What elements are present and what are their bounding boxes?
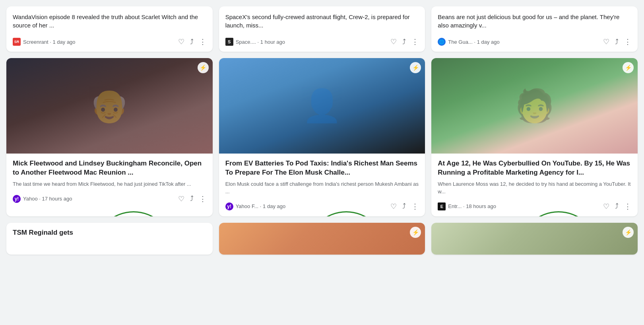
lightning-badge-mid: ⚡	[410, 227, 421, 238]
card-ev-body: From EV Batteries To Pod Taxis: India's …	[219, 154, 425, 199]
source-icon-screenrant: SR	[13, 38, 21, 46]
share-button[interactable]: ⤴	[615, 38, 619, 46]
card-ev-actions: ♡ ⤴ ⋮	[390, 202, 419, 211]
more-button[interactable]: ⋮	[624, 37, 631, 46]
source-icon-guardian: 🌐	[438, 38, 446, 46]
card-wandavision: WandaVision episode 8 revealed the truth…	[6, 6, 213, 52]
card-ev-snippet: Elon Musk could face a stiff challenge f…	[225, 181, 419, 196]
source-name-screenrant: Screenrant · 1 day ago	[23, 39, 176, 45]
share-button[interactable]: ⤴	[615, 202, 619, 210]
like-button[interactable]: ♡	[390, 37, 397, 46]
like-button[interactable]: ♡	[603, 202, 609, 211]
like-button[interactable]: ♡	[178, 195, 184, 203]
lightning-badge: ⚡	[410, 62, 421, 73]
card-cyberbullied-body: At Age 12, He Was Cyberbullied On YouTub…	[431, 154, 638, 199]
card-ev: ⚡ 👤 From EV Batteries To Pod Taxis: Indi…	[219, 58, 425, 216]
source-name-entr: Entr... · 18 hours ago	[448, 203, 601, 209]
card-cyberbullied-image: ⚡ 🧑	[431, 58, 638, 154]
lightning-badge-right: ⚡	[623, 227, 634, 238]
card-cyberbullied: ⚡ 🧑 At Age 12, He Was Cyberbullied On Yo…	[431, 58, 638, 216]
source-name-yahoofin: Yahoo F... · 1 day ago	[236, 203, 388, 209]
source-icon-entr: E	[438, 202, 446, 210]
card-tsm-body: TSM Reginald gets	[6, 223, 213, 242]
share-button[interactable]: ⤴	[190, 195, 194, 203]
more-button[interactable]: ⋮	[199, 37, 206, 46]
card-ev-meta: y! Yahoo F... · 1 day ago ♡ ⤴ ⋮	[219, 199, 425, 216]
card-ev-headline: From EV Batteries To Pod Taxis: India's …	[225, 159, 419, 177]
card-beans: Beans are not just delicious but good fo…	[431, 6, 638, 52]
like-button[interactable]: ♡	[603, 37, 609, 46]
card-mick-meta: y! Yahoo · 17 hours ago ♡ ⤴ ⋮	[6, 191, 213, 209]
more-button[interactable]: ⋮	[199, 195, 206, 203]
card-cyberbullied-headline: At Age 12, He Was Cyberbullied On YouTub…	[438, 159, 631, 177]
more-button[interactable]: ⋮	[411, 202, 419, 211]
card-spacex: SpaceX's second fully-crewed astronaut f…	[219, 6, 425, 52]
card-bottom-right-image: ⚡	[431, 223, 638, 255]
share-button[interactable]: ⤴	[402, 202, 406, 210]
card-wandavision-title: WandaVision episode 8 revealed the truth…	[13, 13, 206, 29]
source-name-guardian: The Gua... · 1 day ago	[448, 39, 601, 45]
more-button[interactable]: ⋮	[624, 202, 631, 211]
card-spacex-actions: ♡ ⤴ ⋮	[390, 37, 419, 46]
card-mick: ⚡ 👴 Mick Fleetwood and Lindsey Buckingha…	[6, 58, 213, 216]
card-mick-actions: ♡ ⤴ ⋮	[178, 195, 206, 203]
card-bottom-right: ⚡	[431, 223, 638, 255]
card-cyberbullied-snippet: When Laurence Moss was 12, he decided to…	[438, 181, 631, 196]
source-icon-yahoofin: y!	[225, 202, 233, 210]
card-bottom-mid: ⚡	[219, 223, 425, 255]
news-grid: WandaVision episode 8 revealed the truth…	[6, 6, 638, 255]
source-icon-space: S	[225, 38, 233, 46]
card-mick-headline: Mick Fleetwood and Lindsey Buckingham Re…	[13, 159, 206, 177]
like-button[interactable]: ♡	[178, 37, 184, 46]
card-tsm: TSM Reginald gets	[6, 223, 213, 255]
like-button[interactable]: ♡	[390, 202, 397, 211]
share-button[interactable]: ⤴	[402, 38, 406, 46]
card-wandavision-meta: SR Screenrant · 1 day ago ♡ ⤴ ⋮	[6, 34, 213, 52]
card-mick-body: Mick Fleetwood and Lindsey Buckingham Re…	[6, 154, 213, 191]
card-cyberbullied-actions: ♡ ⤴ ⋮	[603, 202, 631, 211]
source-name-space: Space.... · 1 hour ago	[236, 39, 388, 45]
card-mick-snippet: The last time we heard from Mick Fleetwo…	[13, 181, 206, 188]
source-icon-yahoo: y!	[13, 195, 21, 203]
source-name-yahoo: Yahoo · 17 hours ago	[23, 196, 176, 202]
card-spacex-meta: S Space.... · 1 hour ago ♡ ⤴ ⋮	[219, 34, 425, 52]
card-beans-actions: ♡ ⤴ ⋮	[603, 37, 631, 46]
card-spacex-title: SpaceX's second fully-crewed astronaut f…	[225, 13, 419, 29]
card-mick-image: ⚡ 👴	[6, 58, 213, 154]
circle-overlay-mick	[94, 211, 173, 216]
more-button[interactable]: ⋮	[411, 37, 419, 46]
card-ev-image: ⚡ 👤	[219, 58, 425, 154]
share-button[interactable]: ⤴	[190, 38, 194, 46]
lightning-badge: ⚡	[198, 62, 209, 73]
card-bottom-mid-image: ⚡	[219, 223, 425, 255]
lightning-badge: ⚡	[623, 62, 634, 73]
card-beans-meta: 🌐 The Gua... · 1 day ago ♡ ⤴ ⋮	[431, 34, 638, 52]
card-wandavision-actions: ♡ ⤴ ⋮	[178, 37, 206, 46]
card-beans-title: Beans are not just delicious but good fo…	[438, 13, 631, 29]
card-cyberbullied-meta: E Entr... · 18 hours ago ♡ ⤴ ⋮	[431, 199, 638, 216]
card-tsm-headline: TSM Reginald gets	[13, 228, 206, 237]
